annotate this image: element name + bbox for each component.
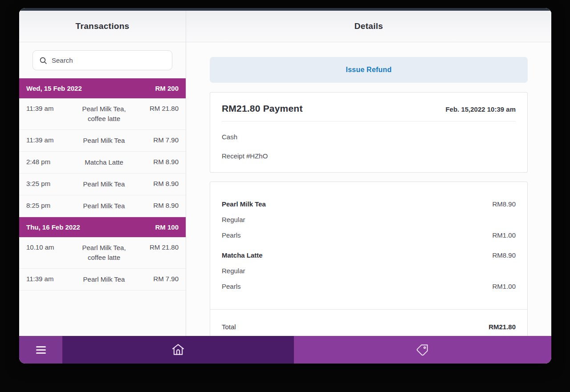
transaction-row[interactable]: 2:48 pm Matcha Latte RM 8.90 [19, 152, 186, 174]
tx-amount: RM 21.80 [141, 104, 179, 113]
main-panels: Transactions Wed, 15 Feb 2022 RM 200 11:… [19, 11, 551, 336]
transaction-row[interactable]: 10.10 am Pearl Milk Tea, coffee latte RM… [19, 237, 186, 269]
details-content: Issue Refund RM21.80 Payment Feb. 15,202… [186, 42, 551, 336]
tx-items: Matcha Latte [85, 158, 123, 167]
item-name: Pearl Milk Tea [222, 200, 266, 209]
total-amount: RM21.80 [489, 323, 516, 331]
transaction-row[interactable]: 11:39 am Pearl Milk Tea RM 7.90 [19, 269, 186, 291]
tag-icon [415, 343, 430, 357]
bottom-navigation-bar [19, 336, 551, 364]
item-name: Pearls [222, 282, 241, 291]
payment-datetime: Feb. 15,2022 10:39 am [445, 105, 516, 113]
transactions-title: Transactions [19, 11, 186, 42]
transaction-row[interactable]: 11:39 am Pearl Milk Tea, coffee latte RM… [19, 98, 186, 130]
tx-time: 10.10 am [26, 243, 67, 252]
payment-summary-card: RM21.80 Payment Feb. 15,2022 10:39 am Ca… [210, 92, 528, 173]
payment-divider [222, 121, 516, 121]
transaction-row[interactable]: 11:39 am Pearl Milk Tea RM 7.90 [19, 130, 186, 152]
order-item-row: Regular [222, 215, 516, 224]
tx-items: Pearl Milk Tea [83, 275, 125, 284]
search-icon [39, 57, 47, 65]
tx-time: 8:25 pm [26, 201, 67, 210]
payment-title: RM21.80 Payment [222, 103, 303, 114]
tx-amount: RM 8.90 [141, 201, 179, 210]
group-total: RM 100 [155, 223, 179, 231]
transaction-group: Wed, 15 Feb 2022 RM 200 11:39 am Pearl M… [19, 78, 186, 217]
tx-time: 2:48 pm [26, 158, 67, 166]
item-name: Pearls [222, 231, 241, 240]
item-price: RM8.90 [492, 200, 516, 209]
item-price: RM1.00 [492, 231, 516, 240]
tx-time: 11:39 am [26, 104, 67, 113]
item-name: Matcha Latte [222, 251, 263, 260]
tx-time: 3:25 pm [26, 179, 67, 188]
details-panel: Details Issue Refund RM21.80 Payment Feb… [186, 11, 551, 336]
tx-items: Pearl Milk Tea, coffee latte [73, 104, 135, 124]
search-input[interactable] [52, 57, 166, 64]
menu-icon [36, 346, 46, 354]
order-items-list: Pearl Milk Tea RM8.90 Regular Pearls RM1… [210, 182, 527, 309]
tx-items: Pearl Milk Tea [83, 201, 125, 211]
issue-refund-button[interactable]: Issue Refund [210, 57, 528, 83]
tx-time: 11:39 am [26, 136, 67, 145]
item-name: Regular [222, 267, 245, 275]
details-title: Details [186, 11, 551, 42]
transactions-panel: Transactions Wed, 15 Feb 2022 RM 200 11:… [19, 11, 186, 336]
search-input-wrapper[interactable] [33, 50, 172, 70]
home-icon [171, 342, 186, 357]
group-date: Thu, 16 Feb 2022 [26, 223, 80, 231]
order-item-row: Pearls RM1.00 [222, 231, 516, 240]
transaction-row[interactable]: 3:25 pm Pearl Milk Tea RM 8.90 [19, 174, 186, 195]
order-total-row: Total RM21.80 [210, 309, 527, 336]
group-date: Wed, 15 Feb 2022 [26, 85, 82, 92]
order-items-card: Pearl Milk Tea RM8.90 Regular Pearls RM1… [210, 182, 528, 336]
tx-items: Pearl Milk Tea [83, 136, 125, 145]
transaction-row[interactable]: 8:25 pm Pearl Milk Tea RM 8.90 [19, 195, 186, 217]
tx-amount: RM 7.90 [141, 136, 179, 145]
search-area [19, 42, 186, 78]
order-item-row: Matcha Latte RM8.90 [222, 251, 516, 260]
item-price: RM8.90 [492, 251, 516, 260]
tablet-screen: Transactions Wed, 15 Feb 2022 RM 200 11:… [19, 8, 551, 364]
date-group-header: Thu, 16 Feb 2022 RM 100 [19, 217, 186, 237]
order-item-row: Pearl Milk Tea RM8.90 [222, 200, 516, 209]
nav-tag-button[interactable] [294, 336, 551, 364]
tx-time: 11:39 am [26, 275, 67, 283]
tx-items: Pearl Milk Tea, coffee latte [73, 243, 135, 263]
order-item-row: Regular [222, 267, 516, 275]
tx-amount: RM 8.90 [141, 179, 179, 188]
order-item-row: Pearls RM1.00 [222, 282, 516, 291]
payment-method: Cash [222, 133, 516, 141]
group-total: RM 200 [155, 85, 179, 92]
tx-amount: RM 7.90 [141, 275, 179, 283]
tx-amount: RM 8.90 [141, 158, 179, 166]
total-label: Total [222, 323, 236, 331]
tx-items: Pearl Milk Tea [83, 179, 125, 189]
item-price: RM1.00 [492, 282, 516, 291]
nav-home-button[interactable] [62, 336, 294, 364]
item-name: Regular [222, 215, 245, 224]
transaction-group: Thu, 16 Feb 2022 RM 100 10.10 am Pearl M… [19, 217, 186, 291]
tx-amount: RM 21.80 [141, 243, 179, 252]
payment-receipt: Receipt #HZhO [222, 152, 516, 160]
date-group-header: Wed, 15 Feb 2022 RM 200 [19, 78, 186, 98]
nav-menu-button[interactable] [19, 336, 62, 364]
